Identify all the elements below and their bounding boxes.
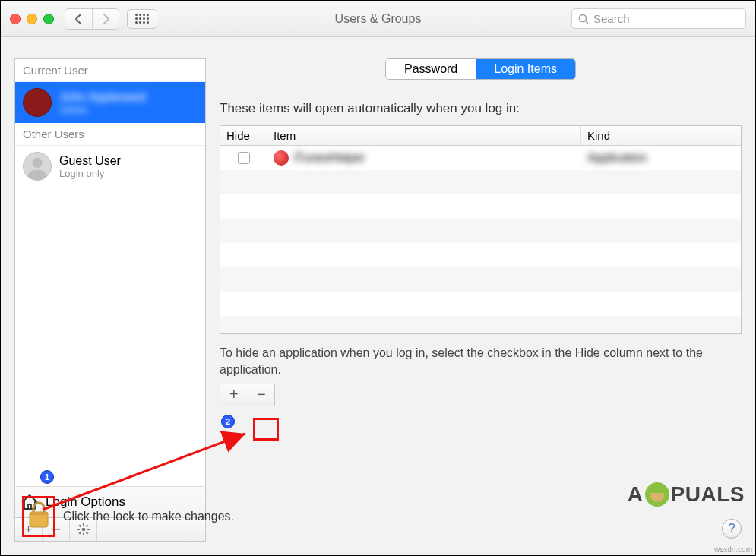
zoom-window-button[interactable] (43, 14, 54, 24)
guest-user-row[interactable]: Guest User Login only (15, 146, 205, 187)
col-item[interactable]: Item (267, 126, 581, 145)
current-user-row[interactable]: John Appleseed Admin (15, 82, 205, 123)
table-header: Hide Item Kind (220, 126, 741, 146)
annotation-highlight-add (253, 418, 279, 441)
users-sidebar: Current User John Appleseed Admin Other … (14, 58, 206, 542)
close-window-button[interactable] (10, 14, 21, 24)
lock-row: Click the lock to make changes. (22, 496, 234, 537)
search-input[interactable]: Search (571, 8, 746, 29)
login-items-toolbar: + − (220, 384, 275, 406)
tabs: Password Login Items (385, 58, 576, 80)
main-pane: Password Login Items These items will op… (220, 58, 742, 542)
login-items-description: These items will open automatically when… (220, 101, 742, 116)
current-user-header: Current User (15, 59, 205, 82)
watermark: A PUALS (628, 482, 745, 507)
forward-button[interactable] (92, 9, 119, 29)
lock-button[interactable] (22, 496, 55, 537)
svg-point-0 (580, 14, 587, 21)
svg-point-2 (32, 158, 42, 168)
annotation-2: 2 (221, 415, 235, 428)
lock-icon (26, 500, 52, 530)
item-kind: Application (587, 151, 647, 164)
show-all-button[interactable] (127, 9, 157, 29)
back-button[interactable] (65, 9, 92, 29)
login-items-table: Hide Item Kind iTunesHelper Application (220, 125, 742, 334)
col-hide[interactable]: Hide (220, 126, 267, 145)
search-icon (578, 14, 589, 24)
nav-buttons (65, 8, 119, 30)
lock-label: Click the lock to make changes. (63, 510, 234, 523)
avatar (23, 152, 52, 181)
help-button[interactable]: ? (722, 519, 742, 539)
hide-checkbox[interactable] (238, 152, 250, 164)
attribution: wsxdn.com (714, 545, 752, 554)
annotation-1: 1 (40, 470, 54, 484)
window-controls (10, 14, 54, 24)
watermark-icon (645, 482, 669, 507)
other-users-header: Other Users (15, 123, 205, 146)
grid-icon (135, 14, 149, 24)
user-role: Admin (59, 104, 146, 116)
avatar (23, 88, 52, 117)
tab-login-items[interactable]: Login Items (476, 59, 575, 79)
user-list: Current User John Appleseed Admin Other … (14, 58, 206, 486)
user-role: Login only (59, 168, 121, 180)
minimize-window-button[interactable] (27, 14, 37, 24)
add-login-item-button[interactable]: + (220, 384, 248, 406)
titlebar: Users & Groups Search (1, 1, 755, 37)
hide-hint: To hide an application when you log in, … (220, 345, 742, 379)
svg-line-1 (586, 21, 589, 24)
col-kind[interactable]: Kind (581, 126, 741, 145)
remove-login-item-button[interactable]: − (248, 384, 275, 406)
tab-password[interactable]: Password (386, 59, 476, 79)
svg-rect-13 (30, 512, 48, 515)
table-row[interactable]: iTunesHelper Application (220, 146, 741, 170)
user-name: Guest User (59, 153, 121, 168)
user-name: John Appleseed (59, 90, 146, 104)
search-placeholder: Search (593, 12, 630, 25)
item-name: iTunesHelper (293, 151, 365, 165)
app-icon (274, 150, 289, 166)
